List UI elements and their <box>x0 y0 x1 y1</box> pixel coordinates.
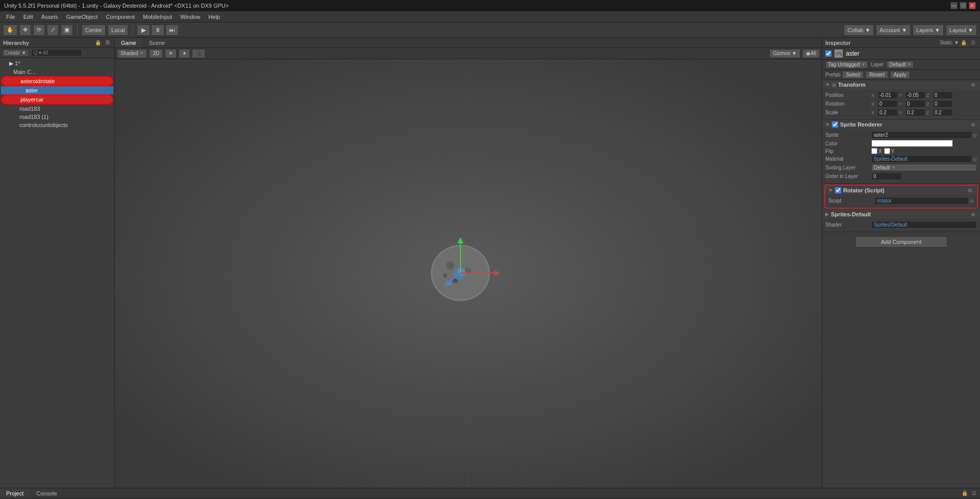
revert-prefab-button[interactable]: Revert <box>866 71 888 79</box>
hierarchy-item-controlcountobjects[interactable]: controlcountobjects <box>1 121 113 129</box>
sorting-layer-dropdown[interactable]: Default ▼ <box>871 164 977 171</box>
menu-edit[interactable]: Edit <box>19 13 37 21</box>
project-menu[interactable]: ☰ <box>970 490 978 496</box>
close-button[interactable]: ✕ <box>969 2 976 9</box>
tab-scene[interactable]: Scene <box>143 38 172 47</box>
hierarchy-lock[interactable]: 🔒 <box>93 40 103 45</box>
pos-y-label: Y <box>899 93 904 98</box>
scene-camera[interactable]: 🎥 <box>192 49 205 58</box>
collab-dropdown[interactable]: Collab ▼ <box>844 24 874 36</box>
sprite-renderer-header[interactable]: ▼ Sprite Renderer ⚙ <box>822 120 980 129</box>
menu-assets[interactable]: Assets <box>37 13 62 21</box>
pivot-center-toggle[interactable]: Center <box>82 24 106 36</box>
gizmos-dropdown[interactable]: Gizmos ▼ <box>769 49 800 58</box>
material-label: Material <box>825 156 871 162</box>
hierarchy-search-input[interactable] <box>31 49 82 57</box>
position-x-input[interactable] <box>877 91 898 99</box>
inspector-menu[interactable]: ☰ <box>969 40 977 45</box>
hierarchy-item-aster[interactable]: aster <box>1 86 113 94</box>
material-section-header[interactable]: ▶ Sprites-Default ⚙ <box>822 210 980 219</box>
script-select-icon[interactable]: ◎ <box>970 198 974 204</box>
inspector-panel: Inspector Static ▼ 🔒 ☰ 🎮 aster Tag Untag… <box>822 38 980 488</box>
select-prefab-button[interactable]: Select <box>842 71 864 79</box>
lighting-toggle[interactable]: ☀ <box>165 49 177 58</box>
fx-toggle[interactable]: ✦ <box>179 49 190 58</box>
project-lock[interactable]: 🔒 <box>960 490 969 496</box>
hierarchy-create-button[interactable]: Create ▼ <box>2 49 29 57</box>
color-swatch[interactable] <box>871 140 953 147</box>
tab-project[interactable]: Project <box>0 488 30 498</box>
menu-component[interactable]: Component <box>102 13 139 21</box>
shaded-dropdown[interactable]: Shaded ▼ <box>117 49 147 58</box>
tab-game[interactable]: Game <box>115 38 143 47</box>
hierarchy-item-main[interactable]: Main C... <box>1 68 113 76</box>
account-dropdown[interactable]: Account ▼ <box>876 24 911 36</box>
flip-x-checkbox[interactable] <box>871 148 877 154</box>
sprite-renderer-settings[interactable]: ⚙ <box>969 122 977 128</box>
transform-section-header[interactable]: ▼ ⊞ Transform ⚙ <box>822 80 980 89</box>
inspector-lock[interactable]: 🔒 <box>959 40 968 45</box>
rotation-x-input[interactable] <box>877 100 898 108</box>
2d-toggle[interactable]: 2D <box>149 49 163 58</box>
play-button[interactable]: ▶ <box>137 24 150 36</box>
rotator-settings[interactable]: ⚙ <box>966 188 974 193</box>
menu-gameobject[interactable]: GameObject <box>62 13 102 21</box>
sprite-value-input[interactable] <box>871 131 972 139</box>
rotator-script-header[interactable]: ▼ Rotator (Script) ⚙ <box>825 186 977 195</box>
all-toggle[interactable]: ◉All <box>802 49 820 58</box>
position-y-input[interactable] <box>905 91 925 99</box>
object-active-checkbox[interactable] <box>825 51 831 57</box>
tag-dropdown[interactable]: Tag Untagged ▼ <box>825 61 868 68</box>
scene-view[interactable] <box>115 59 822 488</box>
sprite-select-icon[interactable]: ◎ <box>973 133 977 138</box>
toolbar-separator-1 <box>77 25 78 35</box>
menu-file[interactable]: File <box>2 13 19 21</box>
pause-button[interactable]: ⏸ <box>151 24 164 36</box>
menu-help[interactable]: Help <box>204 13 224 21</box>
center-panel: Game Scene Shaded ▼ 2D ☀ ✦ 🎥 Gizmos ▼ ◉A… <box>115 38 822 488</box>
step-button[interactable]: ⏭ <box>165 24 179 36</box>
pivot-local-toggle[interactable]: Local <box>108 24 128 36</box>
menu-mobileinput[interactable]: MobileInput <box>139 13 176 21</box>
position-z-input[interactable] <box>933 91 953 99</box>
layers-dropdown[interactable]: Layers ▼ <box>913 24 944 36</box>
hierarchy-item-asteroidrotate[interactable]: asteroidrotate <box>1 76 113 86</box>
shaded-arrow: ▼ <box>139 51 143 56</box>
tool-move[interactable]: ✥ <box>19 24 31 36</box>
flip-y-checkbox[interactable] <box>884 148 890 154</box>
scale-z-input[interactable] <box>933 109 953 116</box>
tool-rotate[interactable]: ⟳ <box>33 24 45 36</box>
material-select-icon[interactable]: ◎ <box>973 157 977 162</box>
rotation-y-input[interactable] <box>905 100 925 108</box>
layout-dropdown[interactable]: Layout ▼ <box>946 24 977 36</box>
rot-z-label: Z <box>926 102 932 107</box>
tool-hand[interactable]: ✋ <box>3 24 17 36</box>
shader-value[interactable]: Sprites/Default <box>871 221 977 229</box>
material-section-settings[interactable]: ⚙ <box>969 212 977 217</box>
material-value[interactable]: Sprites-Default <box>871 155 972 163</box>
hierarchy-item-playercar[interactable]: playercar <box>1 94 113 105</box>
window-controls[interactable]: — □ ✕ <box>950 2 976 9</box>
rotation-z-input[interactable] <box>933 100 953 108</box>
rotator-checkbox[interactable] <box>835 187 841 193</box>
hierarchy-item-road183-1[interactable]: road183 (1) <box>1 113 113 121</box>
tab-console[interactable]: Console <box>30 488 63 498</box>
sprite-renderer-checkbox[interactable] <box>832 121 838 128</box>
tool-scale[interactable]: ⤢ <box>47 24 59 36</box>
hierarchy-menu[interactable]: ☰ <box>104 40 111 45</box>
script-value[interactable]: rotator <box>874 197 969 205</box>
hierarchy-item-scene[interactable]: ▶ 1* <box>1 59 113 68</box>
transform-settings[interactable]: ⚙ <box>969 82 977 88</box>
order-input[interactable] <box>871 172 902 180</box>
menu-window[interactable]: Window <box>176 13 204 21</box>
scale-x-input[interactable] <box>877 109 898 116</box>
apply-prefab-button[interactable]: Apply <box>890 71 910 79</box>
scale-y-input[interactable] <box>905 109 925 116</box>
add-component-button[interactable]: Add Component <box>855 236 947 247</box>
maximize-button[interactable]: □ <box>960 2 967 9</box>
minimize-button[interactable]: — <box>950 2 958 9</box>
layer-dropdown[interactable]: Default ▼ <box>887 61 914 68</box>
tool-rect[interactable]: ▣ <box>61 24 73 36</box>
hierarchy-item-road183[interactable]: road183 <box>1 105 113 113</box>
flip-x-label: X <box>878 148 882 154</box>
